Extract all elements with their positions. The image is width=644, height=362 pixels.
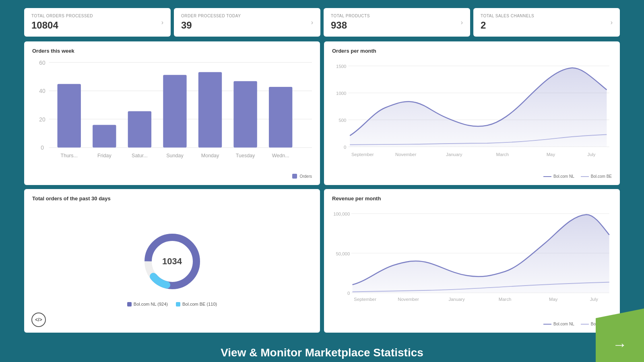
revenue-month-card: Revenue per month 100,000 50,000 0 Septe…	[324, 189, 620, 333]
stat-value-products: 938	[331, 20, 370, 31]
svg-text:Wedn...: Wedn...	[272, 153, 289, 158]
svg-text:0: 0	[347, 291, 350, 296]
orders-legend-dot	[292, 174, 297, 179]
svg-rect-8	[58, 84, 81, 148]
svg-text:July: July	[587, 152, 596, 157]
svg-text:May: May	[547, 152, 555, 157]
donut-legend-be: Bol.com BE (110)	[176, 302, 217, 306]
svg-text:Monday: Monday	[201, 153, 219, 158]
svg-rect-16	[198, 72, 222, 148]
stat-card-orders-today[interactable]: ORDER PROCESSED TODAY 39 ›	[174, 8, 320, 37]
main-wrapper: TOTAL ORDERS PROCESSED 10804 › ORDER PRO…	[0, 0, 644, 333]
stat-arrow-products: ›	[461, 19, 463, 26]
svg-rect-10	[93, 125, 116, 147]
orders-30days-title: Total orders of the past 30 days	[32, 195, 312, 202]
stat-label-products: TOTAL PRODUCTS	[331, 14, 370, 18]
orders-week-chart-area: 60 40 20 0 Thurs... Friday	[32, 58, 312, 171]
rev-nl-legend-line	[543, 324, 551, 325]
svg-rect-20	[269, 87, 292, 148]
donut-wrapper: 1034	[140, 229, 204, 294]
nl-legend-label: Bol.com NL	[553, 174, 574, 179]
rev-be-legend-line	[581, 324, 589, 325]
svg-text:March: March	[499, 297, 512, 302]
revenue-month-legend: Bol.com NL Bol.com BE	[332, 322, 612, 326]
svg-rect-14	[163, 75, 186, 147]
donut-center-value: 1034	[162, 256, 182, 267]
svg-text:March: March	[496, 152, 509, 157]
stat-arrow-channels: ›	[611, 19, 613, 26]
bottom-section: View & Monitor Marketplace Statistics →	[0, 333, 644, 362]
stat-arrow-orders-today: ›	[311, 19, 313, 26]
svg-rect-12	[128, 111, 151, 148]
svg-text:Satur...: Satur...	[132, 153, 148, 158]
donut-legend: Bol.com NL (924) Bol.com BE (110)	[127, 302, 217, 306]
svg-text:100,000: 100,000	[333, 212, 350, 216]
svg-text:Friday: Friday	[97, 153, 111, 158]
svg-text:60: 60	[39, 60, 45, 66]
stat-arrow-orders-processed: ›	[161, 19, 163, 26]
be-legend-line	[581, 176, 589, 177]
svg-text:Tuesday: Tuesday	[236, 153, 255, 158]
orders-week-card: Orders this week 60 40 20 0 Thurs..	[24, 41, 320, 185]
stats-row: TOTAL ORDERS PROCESSED 10804 › ORDER PRO…	[24, 8, 620, 37]
be-legend-label: Bol.com BE	[591, 174, 612, 179]
svg-text:Sunday: Sunday	[166, 153, 184, 158]
svg-text:January: January	[446, 152, 462, 157]
svg-text:1000: 1000	[336, 91, 346, 96]
stat-value-orders-processed: 10804	[31, 20, 93, 31]
orders-week-title: Orders this week	[32, 48, 312, 54]
stat-value-orders-today: 39	[181, 20, 241, 31]
rev-nl-legend-label: Bol.com NL	[553, 322, 574, 326]
donut-nl-dot	[127, 302, 132, 306]
donut-be-dot	[176, 302, 180, 306]
svg-text:50,000: 50,000	[336, 251, 350, 256]
svg-text:July: July	[590, 297, 599, 302]
svg-text:September: September	[351, 152, 374, 157]
svg-text:November: November	[395, 152, 417, 157]
code-icon[interactable]: </>	[31, 313, 46, 327]
orders-month-svg: 1500 1000 500 0 September November Janua…	[332, 58, 612, 173]
stat-card-orders-processed[interactable]: TOTAL ORDERS PROCESSED 10804 ›	[24, 8, 171, 37]
svg-text:January: January	[448, 297, 465, 302]
orders-week-svg: 60 40 20 0 Thurs... Friday	[32, 58, 312, 171]
svg-text:May: May	[549, 297, 558, 302]
svg-text:40: 40	[39, 88, 45, 94]
svg-text:500: 500	[339, 118, 346, 123]
stat-card-channels[interactable]: TOTAL SALES CHANNELS 2 ›	[473, 8, 620, 37]
nl-legend-line	[543, 176, 551, 177]
stat-label-orders-today: ORDER PROCESSED TODAY	[181, 14, 241, 18]
svg-text:Thurs...: Thurs...	[61, 153, 78, 158]
arrow-right-icon: →	[613, 336, 627, 353]
revenue-month-title: Revenue per month	[332, 195, 612, 202]
orders-month-chart-area: 1500 1000 500 0 September November Janua…	[332, 58, 612, 173]
donut-nl-label: Bol.com NL (924)	[134, 302, 168, 306]
svg-text:September: September	[354, 297, 376, 302]
donut-be-label: Bol.com BE (110)	[182, 302, 217, 306]
orders-legend-label: Orders	[299, 174, 312, 179]
svg-text:0: 0	[41, 144, 44, 151]
orders-month-legend: Bol.com NL Bol.com BE	[332, 174, 612, 179]
bottom-text: View & Monitor Marketplace Statistics	[24, 346, 620, 359]
revenue-month-chart-area: 100,000 50,000 0 September November Janu…	[332, 206, 612, 320]
svg-text:0: 0	[344, 145, 346, 150]
orders-30days-card: Total orders of the past 30 days 1034	[24, 189, 320, 333]
orders-month-card: Orders per month 1500 1000 500 0 Septemb…	[324, 41, 620, 185]
orders-week-legend: Orders	[32, 174, 312, 179]
donut-container: 1034 Bol.com NL (924) Bol.com BE (110)	[32, 206, 312, 326]
revenue-month-svg: 100,000 50,000 0 September November Janu…	[332, 206, 612, 320]
stat-card-products[interactable]: TOTAL PRODUCTS 938 ›	[324, 8, 470, 37]
svg-rect-18	[233, 81, 257, 148]
stat-label-channels: TOTAL SALES CHANNELS	[481, 14, 534, 18]
svg-text:1500: 1500	[336, 64, 346, 69]
stat-value-channels: 2	[481, 20, 534, 31]
orders-month-title: Orders per month	[332, 48, 612, 54]
svg-text:20: 20	[39, 116, 45, 123]
stat-label-orders-processed: TOTAL ORDERS PROCESSED	[31, 14, 93, 18]
svg-text:November: November	[398, 297, 419, 302]
donut-legend-nl: Bol.com NL (924)	[127, 302, 168, 306]
charts-grid: Orders this week 60 40 20 0 Thurs..	[24, 41, 620, 333]
